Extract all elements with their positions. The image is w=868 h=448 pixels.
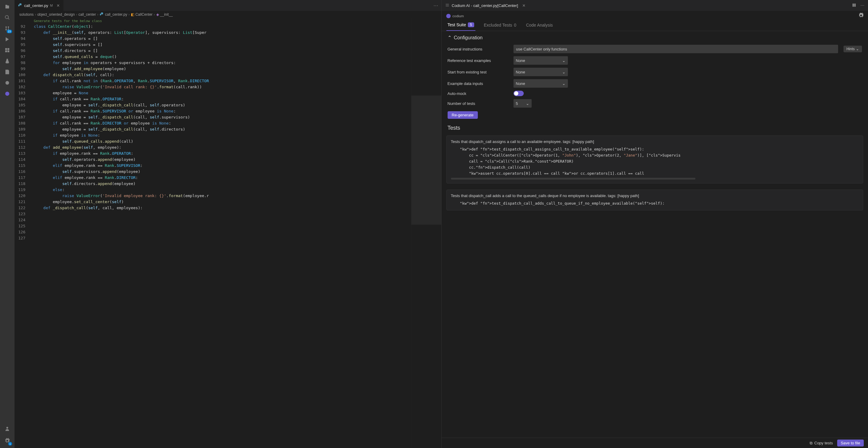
- label-general-instructions: General instructions: [447, 47, 508, 51]
- copy-icon: ⧉: [810, 441, 812, 446]
- example-inputs-select[interactable]: None ⌄: [514, 79, 568, 88]
- minimap[interactable]: [411, 18, 441, 448]
- tab-filename: call_center.py: [24, 3, 49, 8]
- chevron-down-icon: ⌄: [562, 58, 565, 63]
- more-icon[interactable]: ⋯: [861, 3, 864, 8]
- chevron-down-icon: ⌄: [562, 70, 565, 74]
- excluded-count: 0: [514, 23, 517, 28]
- label-example-inputs: Example data inputs: [447, 81, 508, 86]
- panel-bottom-actions: ⧉ Copy tests Save to file: [441, 438, 868, 448]
- start-existing-select[interactable]: None ⌄: [514, 68, 568, 76]
- panel-tab-bar: Codium AI - call_center.py[CallCenter] ✕…: [441, 0, 868, 11]
- label-reference-examples: Reference test examples: [447, 58, 508, 63]
- breadcrumb[interactable]: call_center.py: [105, 12, 127, 17]
- tab-test-suite[interactable]: Test Suite 5: [446, 19, 475, 31]
- line-gutter: 9293949596979899100101102103104105106107…: [14, 18, 29, 448]
- horizontal-scrollbar[interactable]: [451, 178, 696, 180]
- method-icon: ◈: [156, 12, 159, 17]
- breadcrumb[interactable]: object_oriented_design: [37, 12, 75, 17]
- copilot-icon[interactable]: [3, 79, 11, 87]
- tab-modified-marker: M: [50, 4, 53, 7]
- config-heading[interactable]: ⌃ Configuration: [447, 35, 862, 40]
- list-icon: [445, 3, 450, 8]
- tab-close-icon[interactable]: ✕: [57, 3, 60, 8]
- reference-examples-select[interactable]: None ⌄: [514, 56, 568, 65]
- svg-point-2: [6, 427, 8, 429]
- python-file-icon: [100, 12, 104, 17]
- chevron-down-icon: ⌄: [856, 47, 859, 51]
- suite-count-pill: 5: [468, 22, 474, 27]
- copy-tests-button[interactable]: ⧉ Copy tests: [810, 441, 833, 446]
- codium-panel: Codium AI - call_center.py[CallCenter] ✕…: [441, 0, 868, 448]
- tab-excluded[interactable]: Excluded Tests 0: [483, 19, 518, 31]
- run-debug-icon[interactable]: [3, 35, 11, 43]
- editor-tab[interactable]: call_center.py M ✕: [14, 0, 64, 11]
- extensions-icon[interactable]: [3, 46, 11, 54]
- breadcrumb[interactable]: solutions: [19, 12, 34, 17]
- testing-icon[interactable]: [3, 57, 11, 65]
- test-code[interactable]: "kw">def "fn">test_dispatch_call_assigns…: [451, 146, 859, 177]
- panel-tabs: Test Suite 5 Excluded Tests 0 Code Analy…: [441, 19, 868, 31]
- class-icon: ◧: [131, 12, 134, 17]
- hints-button[interactable]: Hints ⌄: [843, 46, 862, 52]
- code-editor[interactable]: 9293949596979899100101102103104105106107…: [14, 18, 441, 448]
- svg-point-1: [5, 92, 9, 96]
- source-control-icon[interactable]: 23: [3, 24, 11, 33]
- save-to-file-button[interactable]: Save to file: [837, 440, 864, 447]
- svg-text:codium: codium: [453, 14, 464, 18]
- settings-badge: 1: [8, 442, 12, 446]
- chevron-down-icon: ⌄: [526, 101, 529, 106]
- chevron-down-icon: ⌃: [447, 35, 452, 40]
- auto-mock-toggle[interactable]: [514, 91, 524, 96]
- panel-title: Codium AI - call_center.py[CallCenter]: [452, 3, 518, 8]
- editor-pane: call_center.py M ✕ ⋯ solutions› object_o…: [14, 0, 441, 448]
- test-description: Tests that dispatch_call assigns a call …: [451, 139, 859, 144]
- docs-icon[interactable]: [3, 68, 11, 76]
- svg-point-0: [5, 81, 9, 85]
- breadcrumb[interactable]: CallCenter: [135, 12, 153, 17]
- split-editor-icon[interactable]: [852, 3, 856, 8]
- settings-icon[interactable]: 1: [3, 437, 11, 445]
- label-auto-mock: Auto-mock: [447, 91, 508, 96]
- activity-bar: 23 1: [0, 0, 14, 448]
- code-content[interactable]: Generate tests for the below classclass …: [29, 18, 411, 448]
- test-card: Tests that dispatch_call adds a call to …: [446, 189, 864, 210]
- more-icon[interactable]: ⋯: [433, 3, 438, 8]
- breadcrumb[interactable]: __init__: [160, 12, 173, 17]
- scm-badge: 23: [7, 30, 12, 33]
- search-icon[interactable]: [3, 13, 11, 22]
- tab-analysis[interactable]: Code Analysis: [525, 19, 554, 31]
- svg-point-3: [446, 14, 451, 19]
- panel-settings-icon[interactable]: [858, 13, 864, 19]
- account-icon[interactable]: [3, 424, 11, 433]
- general-instructions-input[interactable]: [514, 45, 838, 53]
- editor-tab-bar: call_center.py M ✕ ⋯: [14, 0, 441, 11]
- test-code[interactable]: "kw">def "fn">test_dispatch_call_adds_ca…: [451, 201, 859, 206]
- panel-close-icon[interactable]: ✕: [522, 3, 526, 8]
- label-start-existing: Start from existing test: [447, 70, 508, 74]
- num-tests-select[interactable]: 5 ⌄: [514, 99, 532, 108]
- minimap-viewport[interactable]: [411, 95, 441, 225]
- chevron-down-icon: ⌄: [562, 81, 565, 86]
- label-num-tests: Number of tests: [447, 101, 508, 106]
- explorer-icon[interactable]: [3, 2, 11, 11]
- configuration-section: ⌃ Configuration General instructions Hin…: [441, 31, 868, 122]
- breadcrumb[interactable]: call_center: [78, 12, 96, 17]
- tests-heading: Tests: [441, 122, 868, 132]
- test-card: Tests that dispatch_call assigns a call …: [446, 136, 864, 183]
- regenerate-button[interactable]: Re-generate: [447, 111, 478, 119]
- breadcrumb-bar: solutions› object_oriented_design› call_…: [14, 11, 441, 18]
- test-description: Tests that dispatch_call adds a call to …: [451, 193, 859, 198]
- python-file-icon: [18, 3, 22, 8]
- codium-icon[interactable]: [3, 89, 11, 98]
